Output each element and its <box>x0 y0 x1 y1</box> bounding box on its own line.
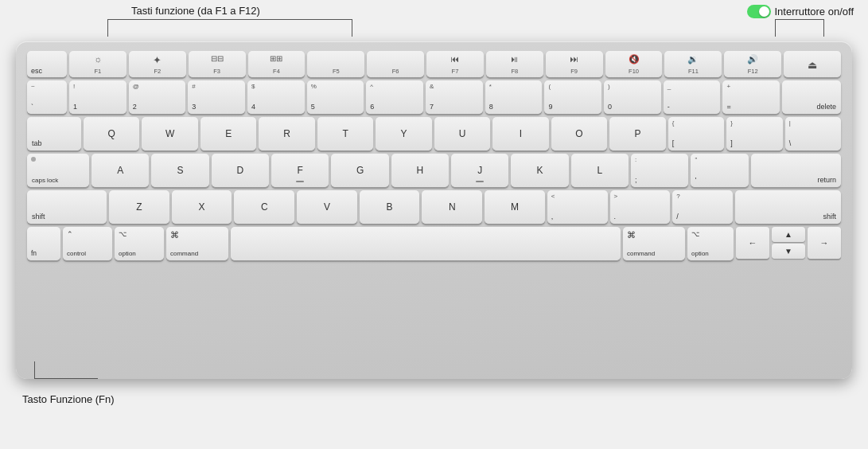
key-command-right[interactable]: ⌘ command <box>623 227 685 260</box>
number-row: ~ ` ! 1 @ 2 # 3 $ 4 % 5 ^ 6 & 7 <box>27 80 841 114</box>
key-9[interactable]: ( 9 <box>544 80 601 114</box>
key-eject[interactable]: ⏏ <box>784 51 841 77</box>
key-f6[interactable]: F6 <box>367 51 424 77</box>
key-2[interactable]: @ 2 <box>129 80 186 114</box>
key-backtick[interactable]: ~ ` <box>27 80 67 114</box>
key-equals[interactable]: + = <box>722 80 780 114</box>
key-a[interactable]: A <box>91 154 149 187</box>
key-3[interactable]: # 3 <box>188 80 245 114</box>
key-comma[interactable]: < , <box>547 190 608 224</box>
key-0[interactable]: ) 0 <box>604 80 661 114</box>
key-8[interactable]: * 8 <box>485 80 543 114</box>
key-f9[interactable]: ⏭ F9 <box>546 51 603 77</box>
key-shift-left[interactable]: shift <box>27 190 107 224</box>
annotation-on-off: Interruttore on/off <box>747 5 854 18</box>
key-semicolon[interactable]: : ; <box>631 154 688 187</box>
key-f5[interactable]: F5 <box>307 51 364 77</box>
shift-row: shift Z X C V B N M < , > . ? / shift <box>27 190 841 224</box>
key-y[interactable]: Y <box>376 117 431 150</box>
key-backslash[interactable]: | \ <box>785 117 841 150</box>
key-j[interactable]: J <box>451 154 508 187</box>
keyboard: esc ☼ F1 ✦ F2 ⊟⊟ F3 ⊞⊞ F4 F5 F6 ⏮ F7 <box>16 41 852 379</box>
key-q[interactable]: Q <box>84 117 139 150</box>
key-control[interactable]: ⌃ control <box>63 227 112 260</box>
arrow-keys: ← ▲ ▼ → <box>736 227 841 260</box>
key-f-key[interactable]: F <box>271 154 329 187</box>
home-row: caps lock A S D F G H J K L : ; " ' retu… <box>27 154 841 187</box>
bracket-fn-keys <box>107 19 352 37</box>
key-delete[interactable]: delete <box>782 80 841 114</box>
key-x[interactable]: X <box>172 190 232 224</box>
line-fn-vertical <box>34 361 35 379</box>
qwerty-row: tab Q W E R T Y U I O P { [ } ] | \ <box>27 117 841 150</box>
annotation-fn-keys: Tasti funzione (da F1 a F12) <box>131 5 260 17</box>
key-7[interactable]: & 7 <box>426 80 483 114</box>
key-esc[interactable]: esc <box>27 51 67 77</box>
key-5[interactable]: % 5 <box>307 80 364 114</box>
key-s[interactable]: S <box>151 154 208 187</box>
key-arrow-left[interactable]: ← <box>736 227 769 259</box>
key-c[interactable]: C <box>234 190 294 224</box>
key-i[interactable]: I <box>492 117 548 150</box>
key-f4[interactable]: ⊞⊞ F4 <box>248 51 306 77</box>
line-fn-horizontal <box>34 378 98 379</box>
key-w[interactable]: W <box>142 117 197 150</box>
bracket-on-off <box>775 19 824 37</box>
key-z[interactable]: Z <box>109 190 169 224</box>
key-g[interactable]: G <box>331 154 388 187</box>
key-command-left[interactable]: ⌘ command <box>166 227 228 260</box>
key-f7[interactable]: ⏮ F7 <box>426 51 484 77</box>
key-f12[interactable]: 🔊 F12 <box>724 51 781 77</box>
key-u[interactable]: U <box>434 117 490 150</box>
key-f10[interactable]: 🔇 F10 <box>605 51 663 77</box>
key-b[interactable]: B <box>360 190 420 224</box>
key-o[interactable]: O <box>551 117 607 150</box>
key-space[interactable] <box>231 227 621 260</box>
key-l[interactable]: L <box>571 154 629 187</box>
key-6[interactable]: ^ 6 <box>366 80 423 114</box>
key-slash[interactable]: ? / <box>672 190 733 224</box>
key-r[interactable]: R <box>259 117 314 150</box>
key-option-left[interactable]: ⌥ option <box>115 227 164 260</box>
key-fn[interactable]: fn <box>27 227 60 260</box>
key-4[interactable]: $ 4 <box>247 80 305 114</box>
key-h[interactable]: H <box>391 154 449 187</box>
key-f8[interactable]: ⏯ F8 <box>486 51 543 77</box>
key-lbracket[interactable]: { [ <box>668 117 724 150</box>
key-f11[interactable]: 🔉 F11 <box>664 51 722 77</box>
key-capslock[interactable]: caps lock <box>27 154 89 187</box>
key-option-right[interactable]: ⌥ option <box>687 227 734 260</box>
key-1[interactable]: ! 1 <box>69 80 127 114</box>
key-arrow-up-down: ▲ ▼ <box>772 227 805 259</box>
fn-key-row: esc ☼ F1 ✦ F2 ⊟⊟ F3 ⊞⊞ F4 F5 F6 ⏮ F7 <box>27 51 841 77</box>
key-n[interactable]: N <box>422 190 482 224</box>
key-shift-right[interactable]: shift <box>735 190 841 224</box>
key-quote[interactable]: " ' <box>691 154 748 187</box>
key-e[interactable]: E <box>200 117 256 150</box>
key-f2[interactable]: ✦ F2 <box>129 51 186 77</box>
key-v[interactable]: V <box>297 190 357 224</box>
key-rbracket[interactable]: } ] <box>726 117 782 150</box>
key-return[interactable]: return <box>751 154 841 187</box>
bottom-row: fn ⌃ control ⌥ option ⌘ command ⌘ comman… <box>27 227 841 260</box>
key-d[interactable]: D <box>212 154 269 187</box>
toggle-icon <box>747 5 771 18</box>
key-period[interactable]: > . <box>610 190 671 224</box>
annotation-fn-bottom: Tasto Funzione (Fn) <box>22 393 115 405</box>
key-arrow-down[interactable]: ▼ <box>772 244 805 259</box>
key-t[interactable]: T <box>317 117 373 150</box>
key-arrow-right[interactable]: → <box>808 227 841 259</box>
key-k[interactable]: K <box>511 154 568 187</box>
key-tab[interactable]: tab <box>27 117 81 150</box>
key-p[interactable]: P <box>609 117 665 150</box>
key-minus[interactable]: _ - <box>664 80 721 114</box>
key-f3[interactable]: ⊟⊟ F3 <box>189 51 246 77</box>
key-arrow-up[interactable]: ▲ <box>772 227 805 242</box>
key-f1[interactable]: ☼ F1 <box>69 51 127 77</box>
key-m[interactable]: M <box>485 190 545 224</box>
